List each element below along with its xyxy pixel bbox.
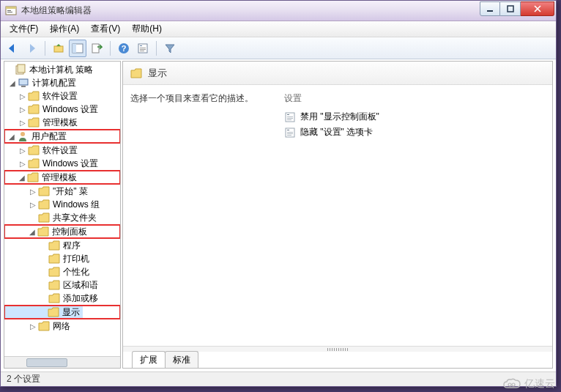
tree: ▷ 本地计算机 策略 ◢ 计算机配置 ▷软件设置 ▷Windows 设置 ▷管理… <box>4 62 120 334</box>
export-button[interactable] <box>88 40 105 57</box>
tree-label: 软件设置 <box>42 144 78 157</box>
setting-row[interactable]: 禁用 "显示控制面板" <box>277 109 552 125</box>
back-button[interactable] <box>4 40 21 57</box>
window-buttons <box>480 1 554 16</box>
tree-item[interactable]: ▷管理模板 <box>4 116 120 129</box>
tree-item[interactable]: ▷Windows 组 <box>4 198 120 211</box>
tab-extended[interactable]: 扩展 <box>132 351 166 368</box>
expand-icon[interactable]: ▷ <box>28 201 38 209</box>
grip-icon <box>327 348 348 351</box>
tree-label: "开始" 菜 <box>53 185 88 198</box>
svg-rect-16 <box>140 51 144 51</box>
scrollbar-thumb[interactable] <box>26 358 67 367</box>
tree-hscroll[interactable] <box>4 356 120 368</box>
menu-view[interactable]: 查看(V) <box>85 21 126 37</box>
svg-rect-8 <box>73 44 76 53</box>
expand-icon[interactable]: ▷ <box>28 188 38 196</box>
tree-item[interactable]: ▷打印机 <box>4 252 120 265</box>
policy-icon <box>15 64 26 75</box>
menu-file[interactable]: 文件(F) <box>4 21 44 37</box>
setting-row[interactable]: 隐藏 "设置" 选项卡 <box>277 125 552 140</box>
properties-button[interactable] <box>134 40 152 57</box>
up-button[interactable] <box>50 40 67 57</box>
tree-label: Windows 设置 <box>42 103 98 116</box>
expand-icon[interactable]: ◢ <box>17 174 27 182</box>
svg-rect-2 <box>7 10 11 11</box>
svg-rect-6 <box>54 46 63 52</box>
tree-item[interactable]: ▷Windows 设置 <box>4 103 120 116</box>
tree-computer-config[interactable]: ◢ 计算机配置 <box>4 76 120 89</box>
user-icon <box>17 130 29 142</box>
column-header-settings[interactable]: 设置 <box>277 89 552 109</box>
setting-label: 禁用 "显示控制面板" <box>300 111 379 123</box>
tree-item[interactable]: ▷"开始" 菜 <box>4 185 120 198</box>
maximize-button[interactable] <box>500 1 521 16</box>
expand-icon[interactable]: ▷ <box>18 160 28 168</box>
folder-icon <box>48 293 60 303</box>
folder-icon <box>28 117 40 127</box>
expand-icon[interactable]: ▷ <box>18 147 28 155</box>
toolbar-separator <box>156 41 157 56</box>
setting-icon <box>284 127 296 138</box>
help-button[interactable]: ? <box>115 40 133 57</box>
tab-standard[interactable]: 标准 <box>165 351 198 368</box>
tree-item[interactable]: ▷共享文件夹 <box>4 211 120 224</box>
tree-label: 打印机 <box>63 253 89 265</box>
filter-button[interactable] <box>161 40 179 57</box>
svg-rect-18 <box>18 64 25 73</box>
minimize-button[interactable] <box>480 1 500 16</box>
settings-column: 设置 禁用 "显示控制面板" 隐藏 "设置" 选项卡 <box>277 85 552 346</box>
tree-label: 添加或移 <box>63 292 98 305</box>
expand-icon[interactable]: ▷ <box>18 92 28 100</box>
tree-label: 个性化 <box>63 266 89 278</box>
folder-icon <box>28 104 40 114</box>
tree-item[interactable]: ▷Windows 设置 <box>4 157 120 170</box>
forward-button[interactable] <box>23 40 40 57</box>
highlight-admin-templates: ◢管理模板 <box>4 170 120 185</box>
folder-icon <box>48 307 59 317</box>
tree-item[interactable]: ▷软件设置 <box>4 144 120 157</box>
tree-item[interactable]: ▷添加或移 <box>4 292 120 305</box>
tree-item[interactable]: ▷软件设置 <box>4 89 120 103</box>
expand-icon[interactable]: ▷ <box>28 322 38 330</box>
tree-label: 控制面板 <box>52 226 87 238</box>
folder-icon <box>28 158 40 169</box>
svg-rect-13 <box>140 45 142 46</box>
svg-rect-9 <box>92 44 99 53</box>
window-title: 本地组策略编辑器 <box>21 4 480 17</box>
menu-action[interactable]: 操作(A) <box>44 21 85 37</box>
expand-icon[interactable]: ◢ <box>7 133 17 141</box>
menu-help[interactable]: 帮助(H) <box>126 21 168 37</box>
folder-icon <box>48 280 60 290</box>
svg-rect-20 <box>21 86 26 87</box>
toolbar-separator <box>45 41 45 56</box>
folder-icon <box>28 145 40 155</box>
tree-root[interactable]: ▷ 本地计算机 策略 <box>4 63 120 76</box>
details-heading-text: 显示 <box>148 67 167 80</box>
tree-user-config[interactable]: ◢ 用户配置 <box>5 130 70 142</box>
svg-rect-29 <box>287 132 293 133</box>
expand-icon[interactable]: ◢ <box>7 79 18 87</box>
tree-admin-templates[interactable]: ◢管理模板 <box>5 171 80 183</box>
svg-rect-1 <box>6 7 16 9</box>
folder-icon <box>38 212 50 223</box>
tree-item[interactable]: ▷网络 <box>4 319 120 333</box>
svg-rect-3 <box>7 12 12 12</box>
status-bar: 2 个设置 <box>1 371 556 386</box>
highlight-user-config: ◢ 用户配置 <box>4 129 120 144</box>
tree-item[interactable]: ▷个性化 <box>4 265 120 278</box>
tree-label: 区域和语 <box>63 279 98 292</box>
expand-icon[interactable]: ◢ <box>27 228 37 236</box>
tree-item[interactable]: ▷区域和语 <box>4 278 120 292</box>
svg-rect-19 <box>19 79 28 85</box>
tree-item[interactable]: ▷程序 <box>4 239 120 252</box>
expand-icon[interactable]: ▷ <box>18 106 28 114</box>
details-body: 选择一个项目来查看它的描述。 设置 禁用 "显示控制面板" 隐藏 "设置" 选项… <box>123 85 552 346</box>
show-tree-button[interactable] <box>69 40 86 57</box>
tree-control-panel[interactable]: ◢控制面板 <box>5 226 90 237</box>
titlebar[interactable]: 本地组策略编辑器 <box>1 1 556 21</box>
close-button[interactable] <box>521 1 554 16</box>
expand-icon[interactable]: ▷ <box>18 119 28 127</box>
details-header: 显示 <box>123 62 552 85</box>
tree-display[interactable]: ▷显示 <box>5 306 83 318</box>
